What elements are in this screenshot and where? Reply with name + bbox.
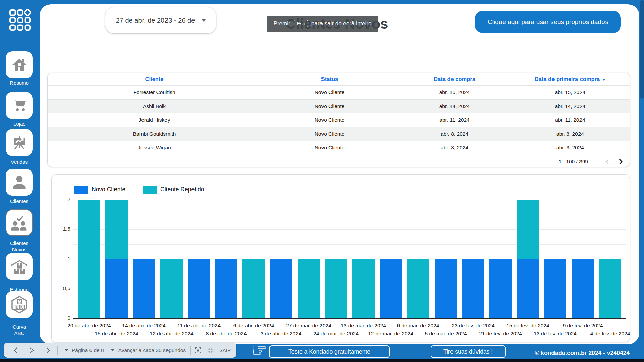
table-cell: Novo Cliente: [261, 117, 398, 123]
sidebar-item-label: Clientes: [0, 198, 38, 204]
toast-text: Premir: [274, 20, 290, 27]
bar-cliente-repetido[interactable]: [78, 200, 100, 318]
x-axis-tick-label: 13 de fev. de 2024: [527, 331, 583, 337]
table-cell: abr. 11, 2024: [398, 117, 511, 123]
person-icon: [11, 174, 28, 191]
svg-text:C: C: [21, 305, 24, 309]
table-cell: abr. 15, 2024: [511, 89, 629, 95]
x-axis-tick-label: 6 de mar. de 2024: [390, 323, 446, 329]
bar-novo-cliente[interactable]: [544, 259, 566, 318]
bar-cliente-repetido[interactable]: [242, 259, 265, 318]
questions-button[interactable]: Tire suas dúvidas !: [431, 345, 506, 358]
table-cell: abr. 8, 2024: [511, 131, 629, 137]
date-range-selector[interactable]: 27 de abr. de 2023 - 26 de: [105, 7, 216, 33]
pagination-range: 1 - 100 / 399: [559, 159, 588, 165]
cart-icon: [11, 98, 27, 114]
gridline: [73, 229, 626, 230]
use-own-data-button[interactable]: Clique aqui para usar seus próprios dado…: [475, 11, 621, 33]
x-axis-tick-label: 12 de abr. de 2024: [144, 331, 199, 337]
column-header-cliente[interactable]: Cliente: [48, 76, 261, 82]
page-indicator[interactable]: Página 6 de 8: [72, 347, 104, 353]
divider: [190, 346, 191, 355]
x-axis-tick-label: 23 de fev. de 2024: [445, 323, 501, 329]
gridline: [73, 244, 626, 245]
bar-novo-cliente[interactable]: [462, 259, 484, 318]
table-cell: Bambi Gouldsmith: [48, 131, 261, 137]
x-axis-tick-label: 24 de mar. de 2024: [308, 331, 364, 337]
bar-cliente-repetido[interactable]: [105, 200, 128, 259]
bar-cliente-repetido[interactable]: [407, 259, 429, 318]
sidebar-item-vendas[interactable]: [6, 129, 33, 156]
next-slide-icon[interactable]: [45, 347, 51, 354]
new-vs-repeat-chart: Novo Cliente Cliente Repetido 00,511,522…: [51, 174, 630, 342]
autoplay-caret[interactable]: [111, 349, 114, 351]
column-header-data-compra[interactable]: Data de compra: [398, 76, 511, 82]
x-axis-tick-label: 3 de abr. de 2024: [253, 331, 309, 337]
sidebar-item-clientes[interactable]: [6, 169, 33, 196]
table-row: Jessee WiganNovo Clienteabr. 3, 2024abr.…: [48, 141, 630, 155]
bar-novo-cliente[interactable]: [270, 259, 292, 318]
table-row: Forrester CoultishNovo Clienteabr. 15, 2…: [48, 85, 630, 99]
x-axis-tick-label: 20 de abr. de 2024: [61, 323, 117, 329]
sidebar-item-resumo[interactable]: [6, 51, 33, 78]
sidebar-item-label: Vendas: [0, 159, 38, 165]
bar-cliente-repetido[interactable]: [325, 259, 347, 318]
x-axis-tick-label: 13 de mar. de 2024: [336, 323, 391, 329]
table-cell: abr. 3, 2024: [511, 145, 629, 151]
x-axis-tick-label: 9 de fev. de 2024: [555, 323, 611, 329]
chevron-down-icon: [202, 19, 206, 22]
bottom-dark-strip: [0, 359, 644, 362]
exit-button[interactable]: SAIR: [219, 347, 231, 353]
bar-cliente-repetido[interactable]: [160, 259, 183, 318]
kondado-logo: [9, 9, 31, 31]
column-header-data-primeira-compra[interactable]: Data de primeira compra: [511, 76, 629, 82]
bar-novo-cliente[interactable]: [380, 259, 402, 318]
table-row: Bambi GouldsmithNovo Clienteabr. 8, 2024…: [48, 127, 630, 141]
bar-novo-cliente[interactable]: [215, 259, 237, 318]
x-axis-line: [73, 318, 626, 319]
exit-fullscreen-icon[interactable]: [207, 347, 214, 354]
x-axis-tick-label: 14 de abr. de 2024: [116, 323, 172, 329]
bar-cliente-repetido[interactable]: [352, 259, 375, 318]
bar-novo-cliente[interactable]: [489, 259, 512, 318]
scrollbar-thumb[interactable]: [640, 0, 644, 99]
bar-novo-cliente[interactable]: [105, 259, 128, 318]
bar-cliente-repetido[interactable]: [298, 259, 320, 318]
sidebar-item-label: Resumo: [0, 80, 38, 86]
sidebar-item-lojas[interactable]: [6, 92, 33, 119]
sidebar-item-clientes-novos[interactable]: [6, 209, 33, 236]
presentation-control-bar: Página 6 de 8 Avançar a cada 30 segundos…: [4, 343, 236, 358]
next-page-button[interactable]: [616, 157, 625, 166]
abc-curve-icon: A B C: [10, 295, 29, 314]
gridline: [73, 215, 626, 215]
bar-novo-cliente[interactable]: [572, 259, 594, 318]
bar-novo-cliente[interactable]: [133, 259, 155, 318]
x-axis-tick-label: 21 de fev. de 2024: [473, 331, 528, 337]
prev-page-button[interactable]: [603, 157, 612, 166]
table-cell: Novo Cliente: [261, 145, 398, 151]
bar-novo-cliente[interactable]: [188, 259, 210, 318]
table-cell: abr. 3, 2024: [398, 145, 511, 151]
try-kondado-button[interactable]: Teste a Kondado gratuitamente: [269, 345, 390, 358]
autoplay-label[interactable]: Avançar a cada 30 segundos: [118, 347, 186, 353]
sidebar-item-curva-abc[interactable]: A B C: [6, 291, 33, 318]
sidebar-item-estoque[interactable]: [6, 253, 33, 280]
toast-text: para sair do ecrã inteiro: [311, 20, 372, 27]
home-icon: [11, 57, 27, 73]
play-icon[interactable]: [28, 347, 35, 354]
y-axis-tick-label: 0: [52, 315, 70, 321]
fullscreen-icon[interactable]: [195, 347, 201, 354]
bar-cliente-repetido[interactable]: [517, 200, 539, 259]
x-axis-tick-label: 5 de mar. de 2024: [418, 331, 473, 337]
bar-cliente-repetido[interactable]: [599, 259, 621, 318]
page-select-caret[interactable]: [65, 349, 68, 351]
y-axis-tick-label: 1: [52, 256, 70, 262]
column-header-status[interactable]: Status: [261, 76, 398, 82]
x-axis-tick-label: 15 de abr. de 2024: [89, 331, 144, 337]
table-row: Ashil BoikNovo Clienteabr. 14, 2024abr. …: [48, 99, 630, 113]
bar-novo-cliente[interactable]: [517, 259, 539, 318]
fullscreen-toast: Premir Esc para sair do ecrã inteiro: [267, 16, 378, 32]
prev-slide-icon[interactable]: [12, 347, 19, 354]
svg-text:B: B: [16, 305, 18, 309]
bar-novo-cliente[interactable]: [435, 259, 457, 318]
